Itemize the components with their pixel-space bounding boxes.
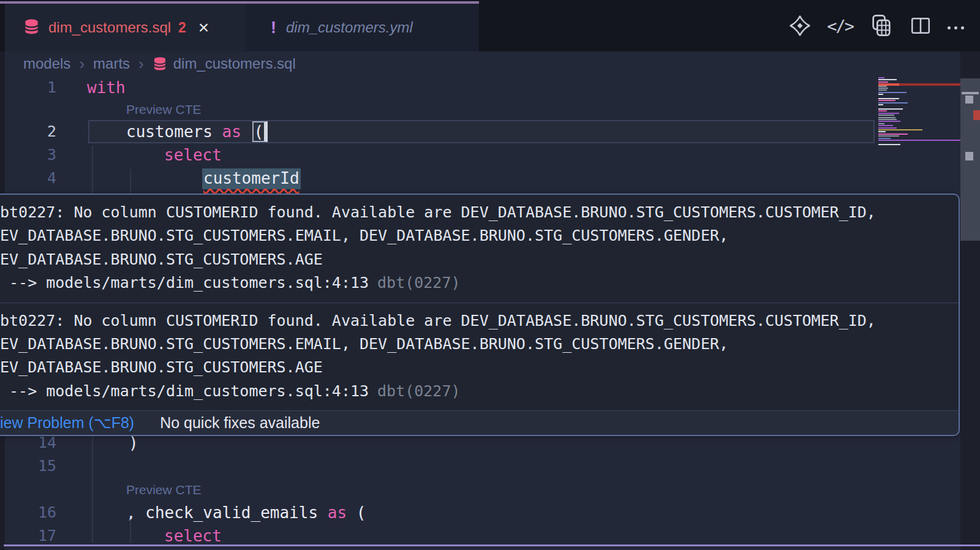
code-line-1[interactable]: with	[87, 76, 126, 99]
database-icon	[23, 18, 40, 38]
error-text: bt0227: No column CUSTOMERID found. Avai…	[0, 201, 949, 224]
ruler-marker	[965, 96, 973, 104]
dbt-logo-icon[interactable]	[789, 15, 811, 37]
error-location: --> models/marts/dim_customers.sql:4:13d…	[0, 271, 949, 295]
indent-guide	[130, 169, 131, 194]
code-line-2[interactable]: customers as (	[126, 120, 268, 143]
chevron-right-icon: ›	[138, 55, 144, 73]
panel-focus-border	[4, 544, 980, 546]
error-file-location[interactable]: --> models/marts/dim_customers.sql:4:13	[0, 382, 369, 400]
line-number-4: 4	[18, 167, 56, 190]
error-hover-popup: bt0227: No column CUSTOMERID found. Avai…	[0, 194, 960, 436]
no-quick-fixes-label: No quick fixes available	[160, 414, 320, 432]
indent-guide	[130, 519, 131, 543]
error-file-location[interactable]: --> models/marts/dim_customers.sql:4:13	[0, 274, 369, 292]
indent-guide	[92, 146, 93, 194]
codelens-preview-cte[interactable]: Preview CTE	[126, 100, 202, 119]
ruler-error-marker	[973, 110, 980, 120]
line-number-2: 2	[18, 120, 56, 143]
error-text: EV_DATABASE.BRUNO.STG_CUSTOMERS.AGE	[0, 248, 949, 271]
chevron-right-icon: ›	[79, 55, 85, 73]
overview-ruler-scrollbar[interactable]	[960, 51, 980, 550]
error-token-customerid: customerId	[202, 168, 301, 189]
tab-problem-count-badge: 2	[178, 20, 186, 36]
more-actions-icon[interactable]	[948, 23, 964, 29]
editor-actions-toolbar: </>	[789, 13, 964, 38]
error-message-2: bt0227: No column CUSTOMERID found. Avai…	[0, 303, 959, 411]
tab-dim-customers-yml[interactable]: ! dim_customers.yml	[245, 4, 479, 51]
error-source-code: dbt(0227)	[377, 382, 460, 400]
code-line-3[interactable]: select	[164, 143, 222, 167]
ruler-marker	[965, 152, 973, 160]
view-problem-link[interactable]: iew Problem (⌥F8)	[0, 414, 134, 432]
error-message-1: bt0227: No column CUSTOMERID found. Avai…	[0, 195, 959, 303]
breadcrumb-item-models[interactable]: models	[23, 55, 70, 72]
code-line-4[interactable]: customerId	[202, 167, 301, 190]
codelens-preview-cte[interactable]: Preview CTE	[126, 481, 202, 499]
database-icon	[153, 56, 167, 72]
error-text: EV_DATABASE.BRUNO.STG_CUSTOMERS.AGE	[0, 356, 949, 379]
breadcrumb-file-label: dim_customers.sql	[173, 55, 296, 72]
indent-guide	[92, 436, 93, 543]
breadcrumb-item-marts[interactable]: marts	[93, 55, 130, 72]
error-source-code: dbt(0227)	[377, 274, 460, 292]
minimap[interactable]	[878, 75, 960, 197]
popup-status-bar: iew Problem (⌥F8) No quick fixes availab…	[0, 410, 959, 435]
editor-window: dim_customers.sql 2 × ! dim_customers.ym…	[0, 0, 980, 550]
line-number-1: 1	[18, 76, 56, 99]
compile-sql-icon[interactable]: </>	[827, 17, 853, 36]
error-indicator-icon: !	[271, 18, 276, 37]
minimap-content	[878, 75, 960, 197]
ruler-marker	[962, 92, 979, 94]
error-text: bt0227: No column CUSTOMERID found. Avai…	[0, 309, 949, 333]
tab-label: dim_customers.sql	[48, 19, 171, 36]
error-text: EV_DATABASE.BRUNO.STG_CUSTOMERS.EMAIL, D…	[0, 333, 949, 356]
error-text: EV_DATABASE.BRUNO.STG_CUSTOMERS.EMAIL, D…	[0, 224, 949, 247]
line-number-3: 3	[18, 143, 56, 167]
error-location: --> models/marts/dim_customers.sql:4:13d…	[0, 380, 949, 403]
block-cursor: (	[252, 121, 268, 142]
breadcrumb: models › marts › dim_customers.sql	[23, 51, 296, 76]
line-number-15: 15	[18, 454, 56, 478]
tab-dim-customers-sql[interactable]: dim_customers.sql 2 ×	[5, 4, 245, 51]
line-number-16: 16	[18, 501, 56, 524]
breadcrumb-item-file[interactable]: dim_customers.sql	[153, 55, 296, 72]
query-results-icon[interactable]	[869, 13, 894, 38]
tab-label: dim_customers.yml	[286, 19, 413, 36]
code-line-16[interactable]: , check_valid_emails as (	[126, 501, 366, 524]
split-editor-icon[interactable]	[910, 15, 932, 37]
tab-close-icon[interactable]: ×	[198, 18, 209, 37]
